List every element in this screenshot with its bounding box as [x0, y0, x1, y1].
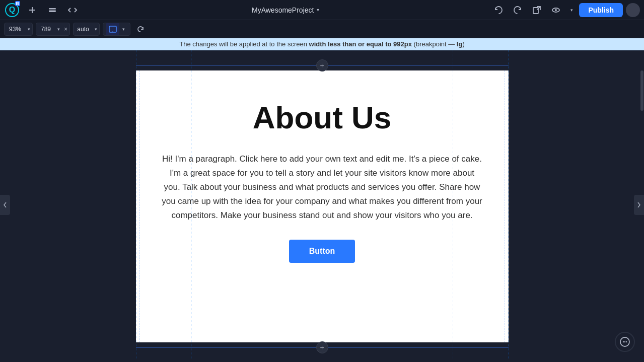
svg-rect-4 — [49, 8, 56, 9]
tablet-icon — [109, 25, 117, 33]
publish-button[interactable]: Publish — [579, 3, 623, 17]
zoom-chevron-icon[interactable]: ▾ — [26, 27, 32, 32]
preview-chevron-icon: ▾ — [570, 8, 573, 13]
zoom-input[interactable] — [5, 26, 26, 33]
svg-point-13 — [624, 341, 625, 342]
width-clear-button[interactable]: × — [62, 26, 69, 33]
scrollbar-thumb[interactable] — [640, 70, 643, 111]
eye-icon — [551, 6, 560, 15]
toolbar-center: MyAwesomeProject ▾ — [85, 4, 486, 16]
layers-button[interactable] — [44, 2, 60, 18]
preview-button[interactable] — [548, 2, 564, 18]
add-top-icon: + — [320, 61, 324, 69]
svg-rect-5 — [533, 8, 538, 14]
undo-button[interactable] — [490, 2, 507, 18]
redo-button[interactable] — [510, 2, 526, 18]
about-us-paragraph[interactable]: Hi! I'm a paragraph. Click here to add y… — [161, 152, 483, 223]
banner-close-paren: ) — [462, 40, 464, 48]
svg-rect-2 — [49, 11, 56, 12]
chat-icon — [620, 337, 630, 347]
project-name-label: MyAwesomeProject — [252, 6, 314, 14]
add-element-button[interactable] — [24, 2, 40, 18]
toolbar-right: ▾ Publish — [490, 2, 640, 18]
logo-q-letter: Q — [9, 6, 15, 15]
tablet-device-button[interactable] — [106, 23, 119, 36]
undo-icon — [494, 6, 503, 15]
height-chevron-icon[interactable]: ▾ — [93, 27, 99, 32]
height-input[interactable] — [74, 26, 93, 33]
refresh-button[interactable] — [133, 22, 148, 36]
banner-text-suffix: (breakpoint — — [412, 40, 457, 48]
top-toolbar: Q MyAwesomeProject ▾ — [0, 0, 644, 20]
chat-button[interactable] — [615, 332, 635, 352]
code-icon — [68, 6, 77, 15]
width-chevron-icon[interactable]: ▾ — [55, 27, 62, 32]
project-chevron-icon: ▾ — [317, 7, 319, 13]
plus-icon — [28, 6, 36, 14]
external-link-button[interactable] — [529, 2, 545, 18]
width-control[interactable]: ▾ × — [36, 23, 70, 36]
canvas-wrapper: + About Us Hi! I'm a paragraph. Click he… — [136, 60, 509, 352]
logo-button[interactable]: Q — [4, 2, 20, 18]
add-bottom-icon: + — [320, 343, 324, 351]
add-section-top-circle[interactable]: + — [316, 59, 328, 71]
device-selector[interactable]: ▾ — [103, 23, 130, 36]
about-us-heading[interactable]: About Us — [253, 101, 392, 135]
svg-point-8 — [555, 9, 557, 11]
breakpoint-toolbar: ▾ ▾ × ▾ ▾ — [0, 20, 644, 38]
add-section-bottom[interactable]: + — [136, 342, 509, 352]
left-chevron-icon — [3, 201, 7, 208]
right-panel-toggle[interactable] — [634, 195, 644, 215]
left-panel-toggle[interactable] — [0, 195, 10, 215]
right-chevron-icon — [637, 201, 641, 208]
canvas-page: About Us Hi! I'm a paragraph. Click here… — [136, 70, 509, 342]
width-input[interactable] — [36, 26, 55, 33]
refresh-icon — [136, 25, 145, 33]
svg-point-10 — [112, 31, 113, 32]
svg-point-12 — [623, 341, 624, 342]
code-button[interactable] — [64, 2, 81, 18]
add-section-bottom-circle[interactable]: + — [316, 341, 328, 353]
redo-icon — [513, 6, 522, 15]
svg-point-14 — [626, 341, 627, 342]
logo-circle: Q — [5, 3, 19, 17]
banner-breakpoint-label: lg — [457, 40, 463, 48]
device-chevron-icon[interactable]: ▾ — [120, 27, 127, 32]
svg-rect-3 — [49, 10, 56, 11]
add-section-top[interactable]: + — [136, 60, 509, 70]
layers-icon — [48, 6, 57, 15]
project-name-button[interactable]: MyAwesomeProject ▾ — [248, 4, 323, 16]
banner-text-prefix: The changes will be applied at to the sc… — [179, 40, 309, 48]
about-us-button[interactable]: Button — [289, 240, 355, 263]
preview-dropdown-button[interactable]: ▾ — [567, 2, 576, 18]
avatar[interactable] — [626, 3, 640, 17]
breakpoint-banner: The changes will be applied at to the sc… — [0, 38, 644, 50]
height-control[interactable]: ▾ — [73, 23, 100, 36]
canvas-area: + About Us Hi! I'm a paragraph. Click he… — [0, 50, 644, 359]
external-link-icon — [532, 6, 541, 15]
zoom-control[interactable]: ▾ — [4, 23, 33, 36]
banner-text-bold: width less than or equal to 992px — [309, 40, 412, 48]
